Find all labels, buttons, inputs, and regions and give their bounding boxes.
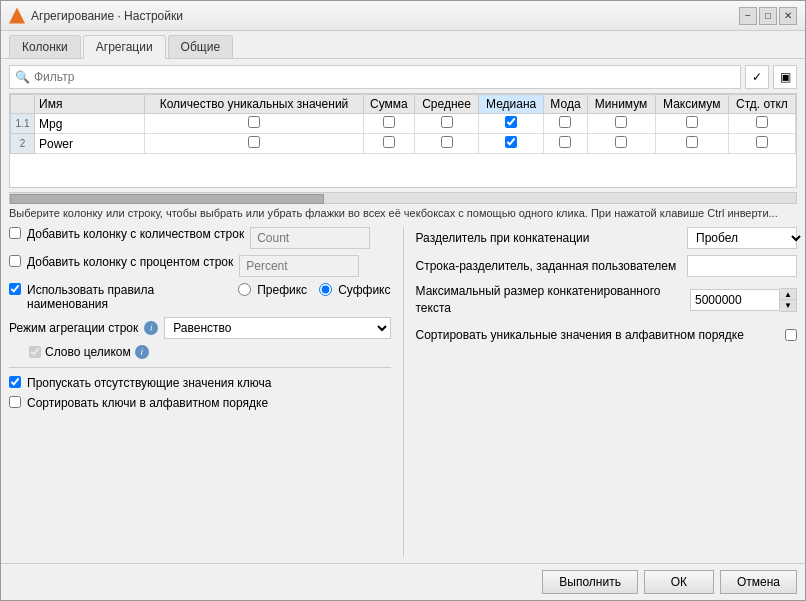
percent-input[interactable] (239, 255, 359, 277)
right-panel: Разделитель при конкатенации ПробелЗапят… (416, 227, 798, 557)
tab-aggregations[interactable]: Агрегации (83, 35, 166, 59)
tab-columns[interactable]: Колонки (9, 35, 81, 58)
skip-missing-checkbox[interactable] (9, 376, 21, 388)
col-header-mode[interactable]: Мода (544, 95, 587, 114)
word-whole-info-icon[interactable]: i (135, 345, 149, 359)
cell-sum-1[interactable] (363, 114, 415, 134)
horizontal-scrollbar[interactable] (9, 192, 797, 204)
sort-keys-label: Сортировать ключи в алфавитном порядке (27, 396, 268, 410)
prefix-radio-label[interactable]: Префикс (238, 283, 307, 297)
check-max-2[interactable] (686, 136, 698, 148)
max-size-row: Максимальный размер конкатенированного т… (416, 283, 798, 317)
check-unique-2[interactable] (248, 136, 260, 148)
cell-unique-1[interactable] (145, 114, 363, 134)
cell-avg-2[interactable] (415, 134, 479, 154)
spin-up-button[interactable]: ▲ (780, 289, 796, 300)
check-max-1[interactable] (686, 116, 698, 128)
check-min-1[interactable] (615, 116, 627, 128)
separator-select[interactable]: ПробелЗапятаяТочка с запятойНовая строка (688, 228, 804, 248)
scrollbar-thumb[interactable] (10, 194, 324, 204)
max-size-input[interactable]: 5000000 (690, 289, 780, 311)
window-title: Агрегирование · Настройки (31, 9, 183, 23)
word-whole-row: Слово целиком i (29, 345, 391, 359)
cancel-button[interactable]: Отмена (720, 570, 797, 594)
cell-max-1[interactable] (655, 114, 728, 134)
suffix-radio-label[interactable]: Суффикс (319, 283, 390, 297)
prefix-radio[interactable] (238, 283, 251, 296)
check-avg-2[interactable] (441, 136, 453, 148)
minimize-button[interactable]: − (739, 7, 757, 25)
cell-median-1[interactable] (478, 114, 543, 134)
check-avg-1[interactable] (441, 116, 453, 128)
cell-sum-2[interactable] (363, 134, 415, 154)
check-min-2[interactable] (615, 136, 627, 148)
maximize-button[interactable]: □ (759, 7, 777, 25)
row-name-2[interactable]: Power (35, 134, 145, 154)
app-icon (9, 8, 25, 24)
col-header-min[interactable]: Минимум (587, 95, 655, 114)
skip-missing-label: Пропускать отсутствующие значения ключа (27, 376, 271, 390)
col-header-avg[interactable]: Среднее (415, 95, 479, 114)
mode-select[interactable]: РавенствоДиапазонТочное совпадение (165, 318, 389, 338)
cell-std-2[interactable] (728, 134, 795, 154)
sort-unique-row: Сортировать уникальные значения в алфави… (416, 327, 798, 344)
count-input[interactable] (250, 227, 370, 249)
separator-concat-row: Разделитель при конкатенации ПробелЗапят… (416, 227, 798, 249)
mode-info-icon[interactable]: i (144, 321, 158, 335)
check-sum-2[interactable] (383, 136, 395, 148)
word-whole-label: Слово целиком (45, 345, 131, 359)
check-unique-1[interactable] (248, 116, 260, 128)
filter-check-button[interactable]: ✓ (745, 65, 769, 89)
add-percent-row: Добавить колонку с процентом строк (9, 255, 391, 277)
title-buttons: − □ ✕ (739, 7, 797, 25)
check-std-2[interactable] (756, 136, 768, 148)
col-header-name[interactable]: Имя (35, 95, 145, 114)
mode-select-wrap: РавенствоДиапазонТочное совпадение (164, 317, 390, 339)
check-mode-2[interactable] (559, 136, 571, 148)
suffix-radio[interactable] (319, 283, 332, 296)
filter-clear-button[interactable]: ▣ (773, 65, 797, 89)
cell-max-2[interactable] (655, 134, 728, 154)
max-size-spin: 5000000 ▲ ▼ (690, 288, 797, 312)
custom-separator-input[interactable] (687, 255, 797, 277)
cell-min-1[interactable] (587, 114, 655, 134)
col-header-max[interactable]: Максимум (655, 95, 728, 114)
execute-button[interactable]: Выполнить (542, 570, 638, 594)
spin-down-button[interactable]: ▼ (780, 300, 796, 311)
check-sum-1[interactable] (383, 116, 395, 128)
cell-median-2[interactable] (478, 134, 543, 154)
check-median-1[interactable] (505, 116, 517, 128)
sort-keys-checkbox[interactable] (9, 396, 21, 408)
cell-unique-2[interactable] (145, 134, 363, 154)
row-name-1[interactable]: Mpg (35, 114, 145, 134)
cell-mode-1[interactable] (544, 114, 587, 134)
tab-general[interactable]: Общие (168, 35, 233, 58)
col-header-sum[interactable]: Сумма (363, 95, 415, 114)
table-row: 2 Power (11, 134, 796, 154)
use-naming-checkbox[interactable] (9, 283, 21, 295)
mode-row: Режим агрегации строк i РавенствоДиапазо… (9, 317, 391, 339)
filter-input[interactable] (9, 65, 741, 89)
sort-unique-checkbox[interactable] (785, 329, 797, 341)
col-header-unique[interactable]: Количество уникальных значений (145, 95, 363, 114)
hint-text: Выберите колонку или строку, чтобы выбра… (9, 206, 797, 221)
cell-mode-2[interactable] (544, 134, 587, 154)
check-std-1[interactable] (756, 116, 768, 128)
add-count-label: Добавить колонку с количеством строк (27, 227, 244, 241)
panel-divider (403, 227, 404, 557)
cell-min-2[interactable] (587, 134, 655, 154)
title-bar: Агрегирование · Настройки − □ ✕ (1, 1, 805, 31)
close-button[interactable]: ✕ (779, 7, 797, 25)
add-count-checkbox[interactable] (9, 227, 21, 239)
sort-unique-label: Сортировать уникальные значения в алфави… (416, 327, 780, 344)
col-header-std[interactable]: Стд. откл (728, 95, 795, 114)
ok-button[interactable]: ОК (644, 570, 714, 594)
cell-avg-1[interactable] (415, 114, 479, 134)
add-percent-checkbox[interactable] (9, 255, 21, 267)
col-header-median[interactable]: Медиана (478, 95, 543, 114)
cell-std-1[interactable] (728, 114, 795, 134)
check-mode-1[interactable] (559, 116, 571, 128)
check-median-2[interactable] (505, 136, 517, 148)
main-window: Агрегирование · Настройки − □ ✕ Колонки … (0, 0, 806, 601)
word-whole-checkbox[interactable] (29, 346, 41, 358)
